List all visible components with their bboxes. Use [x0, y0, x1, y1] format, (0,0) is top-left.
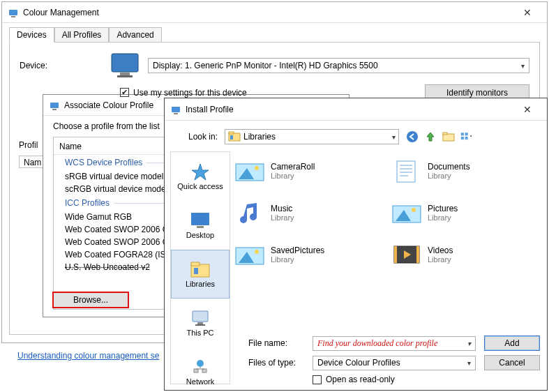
- window-title: Colour Management: [23, 8, 513, 17]
- svg-rect-24: [194, 268, 198, 274]
- device-value: Display: 1. Generic PnP Monitor - Intel(…: [153, 61, 378, 70]
- svg-rect-11: [230, 135, 233, 140]
- filename-label: File name:: [248, 338, 313, 348]
- lib-documents[interactable]: DocumentsLibrary: [391, 151, 541, 190]
- svg-point-43: [412, 208, 416, 212]
- titlebar: Colour Management ✕: [2, 2, 547, 23]
- tab-devices[interactable]: Devices: [9, 27, 54, 43]
- place-network[interactable]: Network: [171, 347, 230, 392]
- browse-button[interactable]: Browse...: [52, 292, 129, 308]
- svg-rect-1: [11, 16, 15, 17]
- svg-rect-10: [229, 132, 234, 134]
- cancel-button[interactable]: Cancel: [484, 355, 540, 370]
- colour-icon: [8, 7, 19, 18]
- filetype-select[interactable]: Device Colour Profiles ▾: [313, 356, 476, 370]
- chevron-down-icon: ▾: [467, 340, 471, 347]
- add-button[interactable]: Add: [484, 336, 540, 351]
- tabs: Devices All Profiles Advanced: [9, 27, 547, 43]
- svg-rect-0: [9, 10, 17, 15]
- lookin-value: Libraries: [243, 132, 392, 142]
- svg-rect-8: [174, 113, 178, 114]
- svg-rect-2: [112, 54, 138, 72]
- svg-rect-4: [117, 75, 133, 77]
- svg-rect-29: [194, 369, 198, 372]
- svg-rect-7: [172, 107, 180, 112]
- svg-point-28: [197, 360, 204, 367]
- svg-rect-26: [197, 322, 203, 324]
- svg-rect-27: [195, 324, 205, 326]
- lookin-select[interactable]: Libraries ▾: [225, 129, 399, 144]
- svg-point-46: [255, 250, 259, 254]
- install-profile-window: Install Profile ✕ Look in: Libraries ▾: [164, 98, 548, 391]
- svg-rect-23: [191, 262, 200, 266]
- place-libraries[interactable]: Libraries: [171, 250, 230, 299]
- lookin-label: Look in:: [170, 132, 225, 142]
- close-icon[interactable]: ✕: [513, 104, 541, 115]
- place-quick-access[interactable]: Quick access: [171, 152, 230, 201]
- svg-point-35: [255, 166, 259, 170]
- file-area: CameraRollLibrary DocumentsLibrary Music…: [234, 151, 541, 291]
- back-icon[interactable]: [406, 130, 419, 143]
- up-icon[interactable]: [424, 130, 437, 143]
- window-title: Install Profile: [186, 105, 513, 114]
- svg-rect-25: [193, 311, 208, 322]
- monitor-icon: [110, 52, 140, 79]
- place-this-pc[interactable]: This PC: [171, 299, 230, 347]
- svg-rect-30: [202, 369, 206, 372]
- lib-videos[interactable]: VideosLibrary: [391, 235, 541, 274]
- svg-rect-3: [120, 73, 130, 75]
- svg-rect-20: [191, 213, 209, 225]
- tab-all-profiles[interactable]: All Profiles: [54, 27, 110, 43]
- tab-advanced[interactable]: Advanced: [109, 27, 161, 43]
- close-icon[interactable]: ✕: [513, 7, 541, 18]
- svg-rect-49: [416, 246, 419, 263]
- svg-marker-19: [192, 164, 209, 180]
- svg-rect-22: [191, 264, 209, 277]
- open-readonly-label: Open as read-only: [326, 375, 395, 384]
- svg-rect-48: [394, 246, 397, 263]
- colour-icon: [170, 104, 181, 115]
- svg-rect-21: [197, 226, 204, 228]
- svg-rect-18: [465, 137, 468, 140]
- new-folder-icon[interactable]: [442, 130, 455, 143]
- use-settings-label: Use my settings for this device: [133, 88, 247, 98]
- place-desktop[interactable]: Desktop: [171, 201, 230, 250]
- lib-savedpictures[interactable]: SavedPicturesLibrary: [234, 235, 384, 274]
- lib-pictures[interactable]: PicturesLibrary: [391, 193, 541, 232]
- svg-rect-14: [443, 133, 447, 135]
- lib-cameraroll[interactable]: CameraRollLibrary: [234, 151, 384, 190]
- device-label: Device:: [20, 61, 110, 70]
- filetype-label: Files of type:: [248, 358, 313, 368]
- lib-music[interactable]: MusicLibrary: [234, 193, 384, 232]
- chevron-down-icon: ▾: [392, 133, 396, 141]
- use-settings-checkbox[interactable]: ✔: [120, 88, 129, 97]
- svg-rect-15: [461, 133, 464, 135]
- svg-rect-17: [461, 137, 464, 140]
- svg-rect-16: [465, 133, 468, 135]
- svg-point-12: [407, 131, 418, 142]
- view-menu-icon[interactable]: [460, 130, 473, 143]
- device-select[interactable]: Display: 1. Generic PnP Monitor - Intel(…: [148, 58, 529, 73]
- places-bar: Quick access Desktop Libraries This PC N…: [170, 151, 230, 384]
- open-readonly-checkbox[interactable]: ✔: [313, 375, 322, 384]
- understanding-link[interactable]: Understanding colour management se: [17, 351, 159, 361]
- libraries-icon: [228, 131, 241, 142]
- chevron-down-icon: ▾: [521, 62, 525, 70]
- titlebar: Install Profile ✕: [165, 98, 547, 121]
- filename-input[interactable]: Find your downloaded color profile ▾: [313, 336, 476, 351]
- chevron-down-icon: ▾: [467, 359, 471, 367]
- svg-rect-36: [397, 161, 415, 182]
